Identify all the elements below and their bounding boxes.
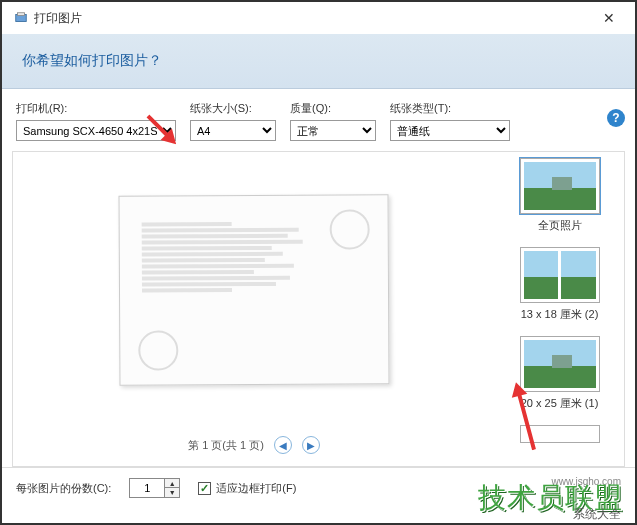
printer-select[interactable]: Samsung SCX-4650 4x21S Seri (16, 120, 176, 141)
checkbox-icon: ✓ (198, 482, 211, 495)
fit-frame-checkbox[interactable]: ✓ 适应边框打印(F) (198, 481, 296, 496)
controls-row: 打印机(R): Samsung SCX-4650 4x21S Seri 纸张大小… (2, 89, 635, 147)
paper-type-select[interactable]: 普通纸 (390, 120, 510, 141)
paper-size-select[interactable]: A4 (190, 120, 276, 141)
print-pictures-dialog: 打印图片 ✕ 你希望如何打印图片？ 打印机(R): Samsung SCX-46… (0, 0, 637, 525)
watermark-sub: 系统大全 (573, 506, 621, 523)
printer-label: 打印机(R): (16, 101, 176, 116)
template-full-page[interactable]: 全页照片 (520, 158, 600, 233)
template-label: 20 x 25 厘米 (1) (521, 396, 599, 411)
pager-text: 第 1 页(共 1 页) (188, 438, 264, 453)
quality-select[interactable]: 正常 (290, 120, 376, 141)
template-20x25[interactable]: 20 x 25 厘米 (1) (520, 336, 600, 411)
prev-page-button[interactable]: ◀ (274, 436, 292, 454)
app-icon (14, 11, 28, 25)
titlebar: 打印图片 ✕ (2, 2, 635, 34)
svg-rect-1 (18, 13, 25, 16)
window-title: 打印图片 (34, 10, 82, 27)
template-more[interactable] (520, 425, 600, 443)
page-preview (119, 194, 390, 385)
layout-templates[interactable]: 全页照片 13 x 18 厘米 (2) 20 x 25 厘米 (1) (495, 151, 625, 467)
main-area: 第 1 页(共 1 页) ◀ ▶ 全页照片 13 x 18 厘米 (2) 20 … (2, 147, 635, 467)
copies-label: 每张图片的份数(C): (16, 481, 111, 496)
paper-type-label: 纸张类型(T): (390, 101, 510, 116)
template-13x18[interactable]: 13 x 18 厘米 (2) (520, 247, 600, 322)
copies-up[interactable]: ▲ (165, 479, 179, 488)
help-icon[interactable]: ? (607, 109, 625, 127)
preview-pane: 第 1 页(共 1 页) ◀ ▶ (12, 151, 495, 467)
close-button[interactable]: ✕ (595, 6, 623, 30)
next-page-button[interactable]: ▶ (302, 436, 320, 454)
copies-down[interactable]: ▼ (165, 488, 179, 497)
template-label: 13 x 18 厘米 (2) (521, 307, 599, 322)
copies-input[interactable] (130, 479, 164, 497)
fit-frame-label: 适应边框打印(F) (216, 481, 296, 496)
pager: 第 1 页(共 1 页) ◀ ▶ (188, 428, 320, 466)
template-label: 全页照片 (538, 218, 582, 233)
header-question: 你希望如何打印图片？ (22, 52, 162, 68)
paper-size-label: 纸张大小(S): (190, 101, 276, 116)
copies-spinner[interactable]: ▲ ▼ (129, 478, 180, 498)
quality-label: 质量(Q): (290, 101, 376, 116)
header-band: 你希望如何打印图片？ (2, 34, 635, 89)
